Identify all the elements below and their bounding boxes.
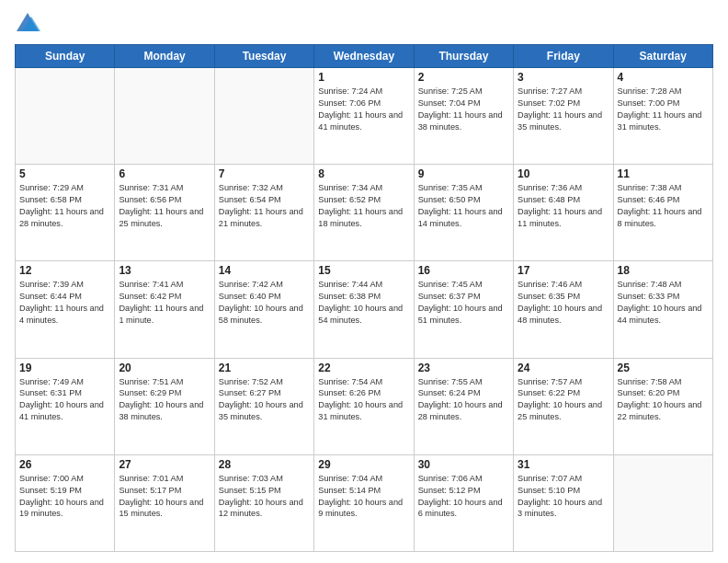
day-info: Sunrise: 7:28 AM Sunset: 7:00 PM Dayligh… [618,86,709,133]
day-number: 21 [219,362,310,374]
day-info: Sunrise: 7:27 AM Sunset: 7:02 PM Dayligh… [518,86,609,133]
day-number: 14 [219,264,310,277]
day-info: Sunrise: 7:06 AM Sunset: 5:12 PM Dayligh… [418,473,509,521]
day-info: Sunrise: 7:45 AM Sunset: 6:37 PM Dayligh… [418,279,509,327]
calendar-cell: 27 Sunrise: 7:01 AM Sunset: 5:17 PM Dayl… [115,454,214,551]
day-number: 7 [219,167,310,180]
day-info: Sunrise: 7:58 AM Sunset: 6:20 PM Dayligh… [618,376,709,424]
logo [15,11,43,37]
day-info: Sunrise: 7:52 AM Sunset: 6:27 PM Dayligh… [219,376,310,424]
weekday-header: Sunday [16,45,115,68]
day-number: 11 [618,167,709,180]
calendar-week-row: 12 Sunrise: 7:39 AM Sunset: 6:44 PM Dayl… [16,261,713,358]
day-info: Sunrise: 7:49 AM Sunset: 6:31 PM Dayligh… [19,376,110,424]
calendar-cell: 26 Sunrise: 7:00 AM Sunset: 5:19 PM Dayl… [16,454,115,551]
calendar-cell: 11 Sunrise: 7:38 AM Sunset: 6:46 PM Dayl… [613,165,712,261]
calendar-cell: 25 Sunrise: 7:58 AM Sunset: 6:20 PM Dayl… [613,358,712,454]
calendar-cell: 22 Sunrise: 7:54 AM Sunset: 6:26 PM Dayl… [314,358,414,454]
calendar-cell: 8 Sunrise: 7:34 AM Sunset: 6:52 PM Dayli… [314,165,414,261]
calendar-cell [613,454,712,551]
calendar-cell: 19 Sunrise: 7:49 AM Sunset: 6:31 PM Dayl… [16,358,115,454]
calendar-week-row: 19 Sunrise: 7:49 AM Sunset: 6:31 PM Dayl… [16,358,713,454]
day-number: 22 [318,362,409,374]
day-number: 30 [418,458,509,471]
day-number: 29 [318,458,409,471]
day-number: 23 [418,362,509,374]
calendar-cell: 12 Sunrise: 7:39 AM Sunset: 6:44 PM Dayl… [16,261,115,358]
day-number: 6 [119,167,210,180]
calendar-cell: 24 Sunrise: 7:57 AM Sunset: 6:22 PM Dayl… [514,358,613,454]
day-info: Sunrise: 7:35 AM Sunset: 6:50 PM Dayligh… [418,182,509,230]
calendar-week-row: 1 Sunrise: 7:24 AM Sunset: 7:06 PM Dayli… [16,68,713,165]
logo-icon [15,11,40,37]
day-number: 15 [318,264,409,277]
calendar-cell: 13 Sunrise: 7:41 AM Sunset: 6:42 PM Dayl… [115,261,214,358]
calendar-cell: 14 Sunrise: 7:42 AM Sunset: 6:40 PM Dayl… [214,261,313,358]
calendar-cell [115,68,214,165]
day-info: Sunrise: 7:46 AM Sunset: 6:35 PM Dayligh… [518,279,609,327]
calendar-cell: 20 Sunrise: 7:51 AM Sunset: 6:29 PM Dayl… [115,358,214,454]
day-info: Sunrise: 7:24 AM Sunset: 7:06 PM Dayligh… [318,86,409,133]
day-info: Sunrise: 7:41 AM Sunset: 6:42 PM Dayligh… [119,279,210,327]
day-info: Sunrise: 7:38 AM Sunset: 6:46 PM Dayligh… [618,182,709,230]
day-info: Sunrise: 7:39 AM Sunset: 6:44 PM Dayligh… [19,279,110,327]
calendar-cell: 4 Sunrise: 7:28 AM Sunset: 7:00 PM Dayli… [613,68,712,165]
weekday-header: Saturday [613,45,712,68]
day-info: Sunrise: 7:48 AM Sunset: 6:33 PM Dayligh… [618,279,709,327]
weekday-header: Friday [514,45,613,68]
day-info: Sunrise: 7:31 AM Sunset: 6:56 PM Dayligh… [119,182,210,230]
day-number: 17 [518,264,609,277]
day-info: Sunrise: 7:55 AM Sunset: 6:24 PM Dayligh… [418,376,509,424]
day-info: Sunrise: 7:01 AM Sunset: 5:17 PM Dayligh… [119,473,210,521]
day-info: Sunrise: 7:54 AM Sunset: 6:26 PM Dayligh… [318,376,409,424]
day-info: Sunrise: 7:29 AM Sunset: 6:58 PM Dayligh… [19,182,110,230]
day-number: 28 [219,458,310,471]
day-number: 31 [518,458,609,471]
day-info: Sunrise: 7:03 AM Sunset: 5:15 PM Dayligh… [219,473,310,521]
calendar-cell: 5 Sunrise: 7:29 AM Sunset: 6:58 PM Dayli… [16,165,115,261]
calendar-cell: 31 Sunrise: 7:07 AM Sunset: 5:10 PM Dayl… [514,454,613,551]
day-number: 4 [618,71,709,84]
header [15,11,713,37]
day-number: 26 [19,458,110,471]
day-number: 2 [418,71,509,84]
calendar-cell: 9 Sunrise: 7:35 AM Sunset: 6:50 PM Dayli… [414,165,513,261]
calendar-cell [214,68,313,165]
calendar-cell: 16 Sunrise: 7:45 AM Sunset: 6:37 PM Dayl… [414,261,513,358]
weekday-header: Monday [115,45,214,68]
calendar-cell: 3 Sunrise: 7:27 AM Sunset: 7:02 PM Dayli… [514,68,613,165]
day-number: 18 [618,264,709,277]
day-number: 25 [618,362,709,374]
day-number: 24 [518,362,609,374]
day-number: 27 [119,458,210,471]
calendar-cell: 18 Sunrise: 7:48 AM Sunset: 6:33 PM Dayl… [613,261,712,358]
weekday-header: Tuesday [214,45,313,68]
calendar-cell: 17 Sunrise: 7:46 AM Sunset: 6:35 PM Dayl… [514,261,613,358]
day-number: 19 [19,362,110,374]
day-info: Sunrise: 7:44 AM Sunset: 6:38 PM Dayligh… [318,279,409,327]
calendar-cell: 2 Sunrise: 7:25 AM Sunset: 7:04 PM Dayli… [414,68,513,165]
calendar-cell: 15 Sunrise: 7:44 AM Sunset: 6:38 PM Dayl… [314,261,414,358]
day-info: Sunrise: 7:32 AM Sunset: 6:54 PM Dayligh… [219,182,310,230]
calendar-week-row: 26 Sunrise: 7:00 AM Sunset: 5:19 PM Dayl… [16,454,713,551]
day-info: Sunrise: 7:00 AM Sunset: 5:19 PM Dayligh… [19,473,110,521]
weekday-header: Wednesday [314,45,414,68]
calendar-cell: 23 Sunrise: 7:55 AM Sunset: 6:24 PM Dayl… [414,358,513,454]
day-info: Sunrise: 7:51 AM Sunset: 6:29 PM Dayligh… [119,376,210,424]
calendar-table: SundayMondayTuesdayWednesdayThursdayFrid… [15,44,713,552]
calendar-cell: 29 Sunrise: 7:04 AM Sunset: 5:14 PM Dayl… [314,454,414,551]
calendar-cell [16,68,115,165]
day-number: 5 [19,167,110,180]
calendar-cell: 1 Sunrise: 7:24 AM Sunset: 7:06 PM Dayli… [314,68,414,165]
calendar-week-row: 5 Sunrise: 7:29 AM Sunset: 6:58 PM Dayli… [16,165,713,261]
day-info: Sunrise: 7:57 AM Sunset: 6:22 PM Dayligh… [518,376,609,424]
day-number: 9 [418,167,509,180]
day-info: Sunrise: 7:34 AM Sunset: 6:52 PM Dayligh… [318,182,409,230]
calendar-cell: 21 Sunrise: 7:52 AM Sunset: 6:27 PM Dayl… [214,358,313,454]
day-info: Sunrise: 7:36 AM Sunset: 6:48 PM Dayligh… [518,182,609,230]
day-number: 1 [318,71,409,84]
weekday-header-row: SundayMondayTuesdayWednesdayThursdayFrid… [16,45,713,68]
day-number: 10 [518,167,609,180]
calendar-cell: 30 Sunrise: 7:06 AM Sunset: 5:12 PM Dayl… [414,454,513,551]
day-number: 8 [318,167,409,180]
